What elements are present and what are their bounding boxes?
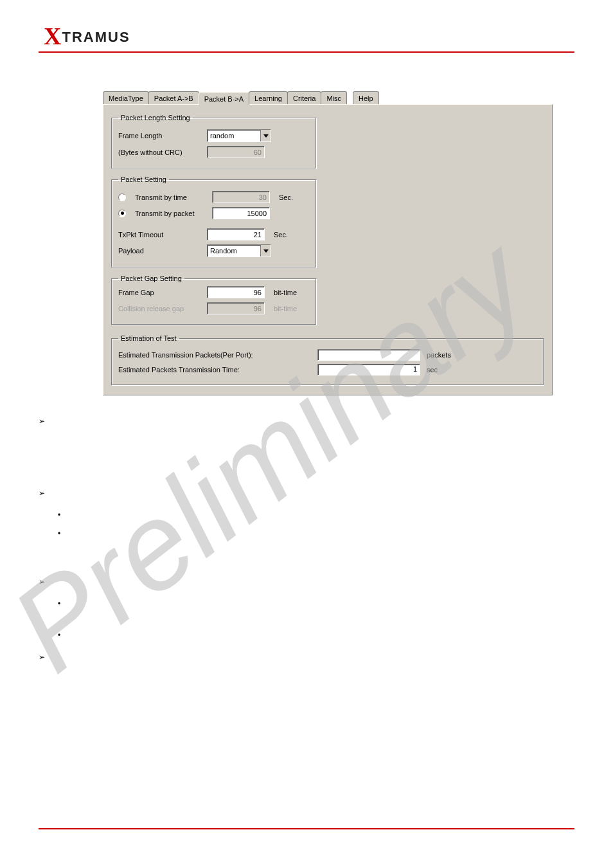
bullet-item — [39, 575, 574, 589]
legend-packet-length: Packet Length Setting — [118, 114, 193, 122]
tab-misc[interactable]: Misc — [321, 91, 347, 104]
bullet-item — [39, 415, 574, 482]
bullet-item — [58, 509, 574, 522]
tab-panel-packet-b-a: Packet Length Setting Frame Length rando… — [103, 104, 553, 395]
bullet-item — [58, 527, 574, 567]
radio-transmit-by-packet[interactable] — [118, 210, 126, 217]
footer-divider — [39, 828, 574, 829]
header-divider — [39, 51, 574, 53]
bytes-without-crc-input — [207, 146, 265, 158]
transmit-by-time-unit: Sec. — [279, 194, 293, 201]
legend-packet-setting: Packet Setting — [118, 176, 169, 183]
chevron-down-icon[interactable] — [260, 245, 271, 257]
radio-transmit-by-time[interactable] — [118, 194, 126, 201]
estimated-packets-label: Estimated Transmission Packets(Per Port)… — [118, 351, 317, 359]
estimated-time-label: Estimated Packets Transmission Time: — [118, 366, 317, 374]
frame-length-label: Frame Length — [118, 132, 202, 140]
estimated-packets-value — [317, 349, 420, 361]
estimated-packets-unit: packets — [427, 351, 465, 359]
tab-packet-a-b[interactable]: Packet A->B — [148, 91, 199, 104]
body-text-area — [39, 415, 574, 664]
estimated-time-value: 1 — [317, 364, 420, 375]
tab-criteria[interactable]: Criteria — [287, 91, 321, 104]
txpkt-timeout-label: TxPkt Timeout — [118, 231, 202, 239]
bullet-item — [58, 597, 574, 624]
transmit-by-time-input — [212, 191, 270, 203]
logo-x-letter: X — [44, 22, 60, 50]
collision-release-gap-unit: bit-time — [274, 305, 297, 312]
brand-logo: X TRAMUS — [44, 19, 574, 48]
frame-length-value: random — [208, 132, 260, 140]
estimated-time-unit: sec — [427, 366, 465, 374]
payload-select[interactable]: Random — [207, 244, 271, 257]
txpkt-timeout-input[interactable] — [207, 228, 265, 240]
legend-estimation: Estimation of Test — [118, 334, 179, 342]
payload-value: Random — [208, 247, 260, 255]
collision-release-gap-input — [207, 302, 265, 314]
logo-text: TRAMUS — [62, 29, 130, 46]
txpkt-timeout-unit: Sec. — [274, 231, 288, 239]
tab-learning[interactable]: Learning — [249, 91, 288, 104]
group-estimation-of-test: Estimation of Test Estimated Transmissio… — [111, 334, 544, 386]
frame-gap-label: Frame Gap — [118, 289, 202, 296]
tab-strip: MediaType Packet A->B Packet B->A Learni… — [103, 91, 553, 104]
bullet-item — [39, 651, 574, 664]
group-packet-length-setting: Packet Length Setting Frame Length rando… — [111, 114, 317, 169]
payload-label: Payload — [118, 247, 202, 255]
group-packet-setting: Packet Setting Transmit by time Sec. Tra… — [111, 176, 317, 268]
transmit-by-packet-input[interactable] — [212, 207, 270, 219]
bullet-item — [39, 487, 574, 500]
frame-length-select[interactable]: random — [207, 129, 271, 142]
frame-gap-input[interactable] — [207, 286, 265, 298]
tab-packet-b-a[interactable]: Packet B->A — [199, 92, 249, 105]
tab-mediatype[interactable]: MediaType — [103, 91, 149, 104]
tab-help[interactable]: Help — [353, 91, 379, 104]
config-dialog: MediaType Packet A->B Packet B->A Learni… — [103, 91, 553, 395]
transmit-by-packet-label: Transmit by packet — [135, 210, 207, 217]
collision-release-gap-label: Collision release gap — [118, 305, 202, 312]
frame-gap-unit: bit-time — [274, 289, 297, 296]
bytes-without-crc-label: (Bytes without CRC) — [118, 149, 202, 156]
group-packet-gap-setting: Packet Gap Setting Frame Gap bit-time Co… — [111, 275, 317, 325]
bullet-item — [58, 629, 574, 642]
legend-packet-gap: Packet Gap Setting — [118, 275, 184, 282]
transmit-by-time-label: Transmit by time — [135, 194, 207, 201]
chevron-down-icon[interactable] — [260, 130, 271, 141]
